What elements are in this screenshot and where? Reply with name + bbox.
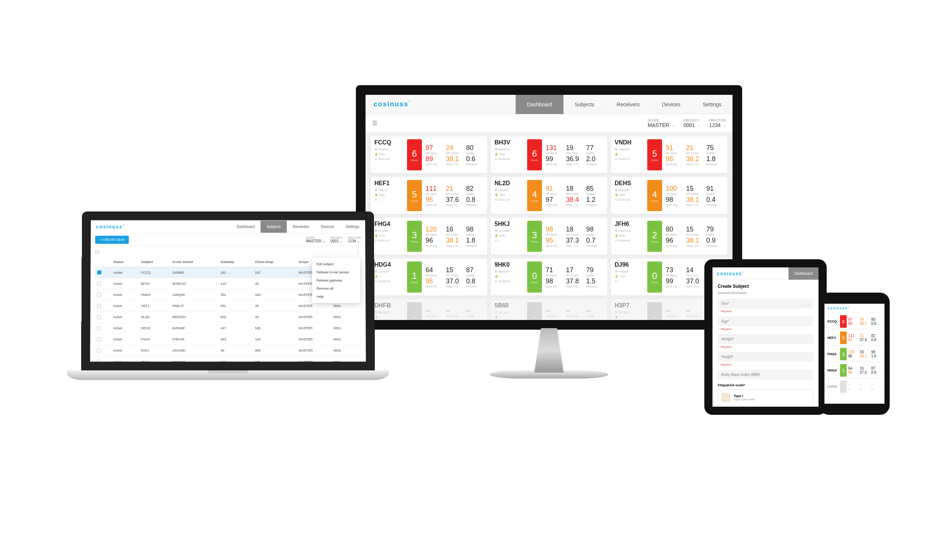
subject-card[interactable]: 5B60⦿ 35FV39🔋 --⏱ 00:00:00-Score--HR (bp… — [491, 299, 607, 330]
subject-card[interactable]: HDG4⦿ 14HS3V🔋 --⏱ 00:02:531Score64HR (bp… — [371, 258, 487, 295]
subject-card[interactable]: BH3V⦿ BHSK00🔋 36%⏱ 00:00:386Score131HR (… — [491, 136, 607, 173]
column-header[interactable]: Status — [111, 257, 139, 267]
tab-subjects[interactable]: Subjects — [563, 95, 606, 114]
tab-dashboard[interactable]: Dashboard — [789, 268, 818, 280]
create-new-button[interactable]: + CREATE NEW — [95, 235, 129, 244]
subject-card[interactable]: NL2D⦿ M9145Y🔋 78%⏱ 00:01:194Score91HR (b… — [491, 177, 607, 214]
chevron-down-icon: ⌄ — [697, 123, 700, 127]
context-menu-item[interactable]: Release gateway — [312, 276, 360, 285]
tab-devices[interactable]: Devices — [651, 95, 692, 114]
context-menu-item[interactable]: Help — [312, 292, 360, 301]
filter-icon[interactable]: ☰ — [372, 120, 377, 127]
project-select[interactable]: PROJECT 0001⌄ — [684, 118, 700, 128]
form-title: Create Subject — [718, 284, 813, 289]
chevron-down-icon: ⌄ — [723, 123, 726, 127]
proctor-select[interactable]: PROCTOR 1234⌄ — [709, 118, 726, 128]
subject-card[interactable]: 9HK0⦿ B05685🔋 --⏱ 00:00:040Score71HR (bp… — [491, 258, 607, 295]
subject-card[interactable]: HEF1⦿ 706L7F🔋 59%⏱ --5Score111HR (bpm)21… — [371, 177, 487, 214]
form-field[interactable]: Height* — [718, 352, 813, 362]
laptop-screen: cosinuss° DashboardSubjectsReceiversDevi… — [81, 211, 375, 371]
form-field[interactable]: Weight* — [718, 334, 813, 344]
monitor-tabs: DashboardSubjectsReceiversDevicesSetting… — [515, 95, 733, 114]
subject-card[interactable]: JFH6⦿ KRVCG4🔋 60%⏱ 00:00:032Score80HR (b… — [611, 218, 727, 255]
proctor-select[interactable]: PROCTOR1234 ⌄ — [348, 236, 361, 243]
form-field[interactable]: Age* — [718, 316, 813, 326]
subject-card[interactable]: DHFB------------- — [826, 379, 883, 394]
form-field[interactable]: Body Mass Index (BMI) — [718, 370, 813, 380]
row-checkbox[interactable] — [97, 315, 101, 319]
column-header[interactable]: Gateway — [218, 257, 253, 267]
laptop-toolbar: + CREATE NEW SCOPEMASTER ⌄ PROJECT0001 ⌄… — [91, 233, 366, 246]
scope-select[interactable]: SCOPE MASTER⌄ — [648, 118, 674, 128]
required-hint: * Required — [719, 363, 813, 366]
subject-card[interactable]: DEHS⦿ 6VH20F🔋 95%⏱ 02:01:584Score100HR (… — [611, 177, 727, 214]
subject-card[interactable]: HEF1511121829537.60.8 — [826, 330, 883, 345]
monitor-screen: cosinuss° DashboardSubjectsReceiversDevi… — [356, 85, 742, 330]
form-field[interactable]: Sex*⌄ — [718, 298, 813, 309]
row-checkbox[interactable] — [97, 270, 101, 274]
row-checkbox[interactable] — [97, 360, 101, 364]
row-checkbox[interactable] — [97, 326, 101, 330]
subject-card[interactable]: FHG4312016989638.11.8 — [826, 347, 883, 362]
brand-logo: cosinuss° — [713, 271, 748, 276]
tab-receivers[interactable]: Receivers — [287, 221, 315, 233]
brand-logo: cosinuss° — [91, 224, 130, 230]
fitzpatrick-label: Fitzpatrick scale* — [718, 383, 813, 387]
subject-card[interactable]: 5HKJ⦿ JXCH08🔋 44%⏱ --3Score98HR (bpm)18R… — [491, 218, 607, 255]
context-menu-item[interactable]: Remove all — [312, 285, 360, 292]
row-checkbox[interactable] — [97, 304, 101, 308]
tab-subjects[interactable]: Subjects — [261, 221, 287, 233]
scope-select[interactable]: SCOPEMASTER ⌄ — [306, 236, 325, 243]
laptop-tabs: DashboardSubjectsReceiversDevicesSetting… — [231, 221, 366, 233]
phone-header: cosinuss° — [824, 304, 884, 312]
skin-swatch — [722, 393, 730, 402]
row-checkbox[interactable] — [97, 349, 101, 352]
phone-screen: cosinuss° FCCQ69724808938.10.6HEF1511121… — [819, 292, 890, 415]
table-row[interactable]: ActiveFHG437BV40463142MASTER0001 — [94, 334, 361, 345]
table-row[interactable]: ActiveNL2DM6XHSV50242MASTER0001 — [95, 311, 361, 323]
subject-card[interactable]: VNDH⦿ 13NQ25🔋 --⏱ 03:00:125Score91HR (bp… — [611, 136, 727, 173]
row-checkbox[interactable] — [97, 337, 101, 342]
table-row[interactable]: ActiveDEHS6VHG8F447535MASTER0001 — [94, 323, 361, 334]
monitor-header: cosinuss° DashboardSubjectsReceiversDevi… — [366, 95, 733, 114]
row-checkbox[interactable] — [97, 292, 101, 297]
phone-card-list: FCCQ69724808938.10.6HEF1511121829537.60.… — [824, 312, 884, 395]
tab-settings[interactable]: Settings — [691, 95, 733, 114]
monitor-device: cosinuss° DashboardSubjectsReceiversDevi… — [356, 85, 742, 378]
table-row[interactable]: Active5HKJJXGH8D49900MASTER0001 — [94, 345, 361, 356]
subject-card[interactable]: DHFB⦿ BN82PR🔋 --⏱ ---Score--HR (bpm)--RR… — [371, 299, 487, 330]
laptop-header: cosinuss° DashboardSubjectsReceiversDevi… — [91, 220, 365, 234]
context-menu-item[interactable]: Release in-ear sensor — [312, 268, 360, 276]
brand-logo: cosinuss° — [824, 306, 853, 310]
subjects-panel: ⛉ ⋮ Edit subjectRelease in-ear sensorRel… — [90, 246, 366, 370]
chevron-down-icon: ⌄ — [672, 123, 675, 127]
subject-card[interactable]: FCCQ⦿ GX35Y7🔋 63%⏱ 00:03:036Score97HR (b… — [371, 136, 487, 173]
tab-receivers[interactable]: Receivers — [605, 95, 651, 114]
subject-card[interactable]: FCCQ69724808938.10.6 — [826, 314, 883, 329]
tab-dashboard[interactable]: Dashboard — [231, 221, 261, 233]
tablet-header: cosinuss° Dashboard — [713, 268, 818, 280]
create-subject-form: Create Subject General information Sex*⌄… — [713, 280, 818, 409]
context-menu-item[interactable]: Edit subject — [312, 260, 360, 268]
kebab-menu-icon[interactable]: ⋮ — [355, 249, 361, 256]
phone-device: cosinuss° FCCQ69724808938.10.6HEF1511121… — [819, 292, 890, 415]
required-hint: * Required — [719, 310, 813, 312]
tablet-device: cosinuss° Dashboard Create Subject Gener… — [704, 259, 827, 415]
table-row[interactable]: ActiveJFH6K8CG34149876MASTER0001 — [94, 356, 361, 368]
tab-dashboard[interactable]: Dashboard — [515, 95, 563, 114]
required-hint: * Required — [719, 328, 813, 330]
subject-card[interactable]: FHG4⦿ 37J04D🔋 23%⏱ 00:02:433Score120HR (… — [371, 218, 487, 255]
column-header[interactable]: Subject — [139, 257, 170, 267]
column-header[interactable]: Chest-strap — [253, 257, 296, 267]
project-select[interactable]: PROJECT0001 ⌄ — [331, 236, 343, 243]
filter-icon[interactable]: ⛉ — [95, 249, 99, 257]
context-menu: Edit subjectRelease in-ear sensorRelease… — [312, 258, 360, 303]
row-checkbox[interactable] — [97, 282, 101, 286]
column-header[interactable]: In-ear sensor — [170, 257, 218, 267]
subject-card[interactable]: HDG416415879537.00.8 — [826, 363, 883, 378]
tab-devices[interactable]: Devices — [315, 221, 340, 233]
laptop-device: cosinuss° DashboardSubjectsReceiversDevi… — [82, 211, 374, 380]
tab-settings[interactable]: Settings — [340, 221, 365, 233]
fitzpatrick-option[interactable]: Type I Light, pale white — [718, 389, 813, 406]
column-header[interactable] — [95, 257, 111, 267]
